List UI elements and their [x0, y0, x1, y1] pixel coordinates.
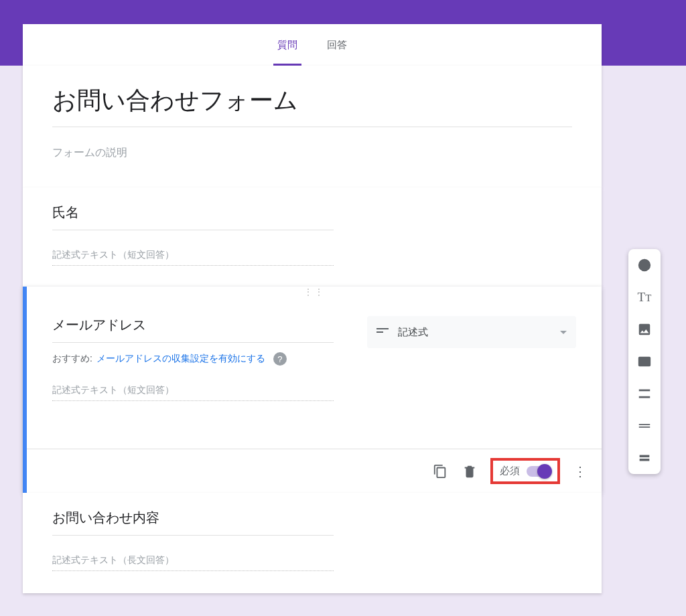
form-title-wrap: お問い合わせフォーム — [52, 84, 572, 127]
add-video-button[interactable] — [636, 354, 653, 370]
delete-button[interactable] — [461, 463, 478, 480]
copy-icon — [433, 464, 448, 479]
question-card-inquiry[interactable]: お問い合わせ内容 記述式テキスト（長文回答） — [23, 493, 602, 593]
chevron-down-icon — [560, 331, 567, 334]
import-questions-button[interactable] — [636, 418, 653, 434]
required-toggle[interactable] — [527, 466, 551, 477]
answer-placeholder: 記述式テキスト（長文回答） — [52, 554, 334, 571]
segment-icon — [637, 418, 652, 433]
question-title-wrap: メールアドレス — [52, 316, 334, 343]
text-icon: TT — [638, 290, 652, 305]
answer-placeholder: 記述式テキスト（短文回答） — [52, 249, 334, 266]
question-title-wrap: 氏名 — [52, 204, 334, 230]
form-title-card: お問い合わせフォーム フォームの説明 — [23, 66, 602, 187]
form-description[interactable]: フォームの説明 — [52, 146, 572, 160]
required-label: 必須 — [500, 465, 520, 477]
section-icon — [637, 386, 652, 401]
drag-handle-icon[interactable]: ⋮⋮ — [27, 287, 602, 293]
add-question-button[interactable] — [636, 257, 653, 273]
add-title-button[interactable]: TT — [636, 289, 653, 305]
tab-responses[interactable]: 回答 — [312, 24, 362, 66]
short-answer-icon — [376, 328, 389, 336]
equals-icon — [637, 451, 652, 465]
question-title[interactable]: 氏名 — [52, 204, 334, 222]
more-options-button[interactable]: ⋮ — [572, 463, 588, 479]
question-footer: 必須 ⋮ — [27, 449, 602, 493]
question-title[interactable]: メールアドレス — [52, 316, 334, 334]
tabs: 質問 回答 — [23, 24, 602, 66]
image-icon — [637, 322, 652, 337]
suggestion-link[interactable]: メールアドレスの収集設定を有効にする — [96, 353, 265, 365]
required-toggle-highlight: 必須 — [490, 458, 560, 484]
question-card-email-selected: ⋮⋮ メールアドレス おすすめ: メールアドレスの収集設定を有効にする ? 記述… — [23, 287, 602, 493]
video-icon — [637, 354, 652, 369]
question-title[interactable]: お問い合わせ内容 — [52, 509, 334, 527]
trash-icon — [462, 464, 477, 479]
plus-circle-icon — [637, 258, 652, 273]
form-title[interactable]: お問い合わせフォーム — [52, 84, 572, 117]
duplicate-button[interactable] — [431, 463, 449, 480]
add-section-button[interactable] — [636, 386, 653, 402]
question-title-wrap: お問い合わせ内容 — [52, 509, 334, 536]
add-image-button[interactable] — [636, 321, 653, 337]
form-tabs-card: 質問 回答 — [23, 24, 602, 66]
suggestion-row: おすすめ: メールアドレスの収集設定を有効にする ? — [52, 352, 351, 366]
question-type-dropdown[interactable]: 記述式 — [367, 316, 576, 348]
side-toolbar: TT — [628, 249, 661, 474]
suggestion-prefix: おすすめ: — [52, 353, 92, 365]
question-card-name[interactable]: 氏名 記述式テキスト（短文回答） — [23, 187, 602, 287]
answer-placeholder: 記述式テキスト（短文回答） — [52, 384, 334, 401]
equals-button[interactable] — [636, 450, 653, 466]
question-type-label: 記述式 — [398, 326, 551, 339]
help-icon[interactable]: ? — [273, 352, 287, 366]
tab-questions[interactable]: 質問 — [263, 24, 312, 66]
